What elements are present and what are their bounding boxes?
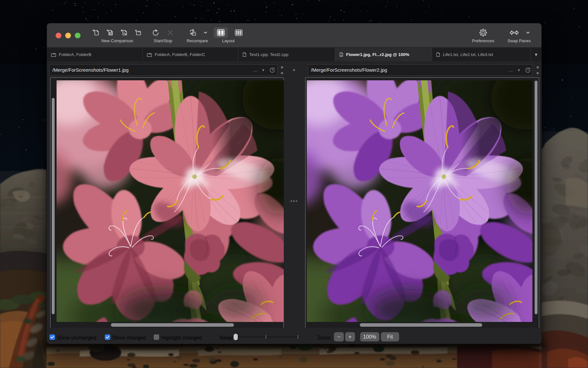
svg-text:01: 01 [110, 32, 112, 34]
